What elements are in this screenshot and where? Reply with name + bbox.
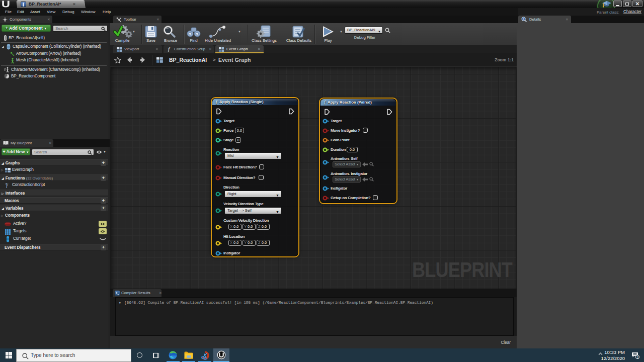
svg-text:i: i bbox=[523, 17, 524, 21]
svg-text:1: 1 bbox=[637, 355, 639, 359]
